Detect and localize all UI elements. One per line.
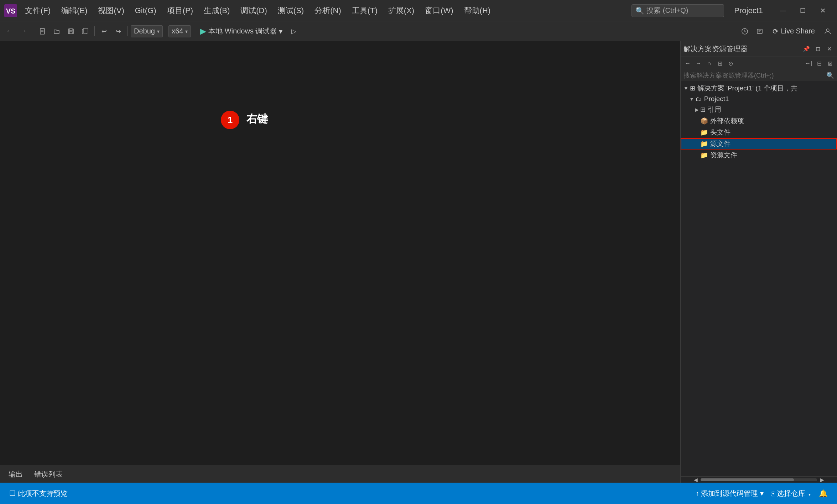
se-forward-btn[interactable]: →: [693, 58, 703, 68]
close-button[interactable]: ✕: [813, 4, 833, 18]
svg-rect-11: [757, 29, 762, 33]
error-list-tab[interactable]: 错误列表: [28, 467, 68, 483]
search-placeholder: 搜索 (Ctrl+Q): [646, 6, 688, 15]
se-title: 解决方案资源管理器: [683, 44, 748, 54]
solution-icon: ⊞: [690, 84, 695, 92]
play-icon: ▶: [200, 27, 206, 36]
collapse-icon-2: ▼: [689, 96, 694, 102]
status-repo[interactable]: ⎘ 选择仓库 ▾: [767, 489, 815, 498]
menu-tools[interactable]: 工具(T): [347, 3, 383, 18]
menu-window[interactable]: 窗口(W): [420, 3, 458, 18]
tree-item-header-files[interactable]: ▶ 📁 头文件: [681, 127, 837, 138]
platform-dropdown[interactable]: x64 ▾: [168, 25, 191, 37]
collapse-icon: ▼: [683, 85, 688, 91]
maximize-button[interactable]: ☐: [793, 4, 813, 18]
se-split-btn[interactable]: ⊟: [814, 58, 824, 68]
live-share-button[interactable]: ⟳ Live Share: [768, 24, 819, 38]
output-tab[interactable]: 输出: [3, 467, 28, 483]
run-button[interactable]: ▶ 本地 Windows 调试器 ▾: [197, 25, 286, 38]
project-icon: 🗂: [696, 95, 702, 103]
preview-icon: ☐: [9, 489, 16, 498]
annotation-label: 右键: [246, 112, 268, 126]
window-title: Project1: [727, 6, 770, 15]
se-search-input[interactable]: [683, 72, 824, 79]
save-all-button[interactable]: [79, 25, 92, 38]
se-close-button[interactable]: ✕: [824, 44, 834, 54]
menu-extensions[interactable]: 扩展(X): [383, 3, 419, 18]
se-scrollbar[interactable]: ◀ ▶: [681, 476, 837, 483]
menu-git[interactable]: Git(G): [130, 4, 161, 17]
resource-folder-icon: 📁: [700, 151, 708, 159]
minimize-button[interactable]: —: [773, 4, 793, 18]
status-notification[interactable]: 🔔: [815, 489, 831, 498]
annotation-badge: 1: [221, 111, 239, 129]
search-box[interactable]: 🔍 搜索 (Ctrl+Q): [631, 4, 724, 17]
status-preview[interactable]: ☐ 此项不支持预览: [6, 483, 71, 504]
undo-button[interactable]: ↩: [98, 25, 110, 38]
toolbar: ← → ↩ ↪ Debug ▾ x64 ▾: [0, 21, 837, 41]
menu-build[interactable]: 生成(B): [199, 3, 235, 18]
open-file-button[interactable]: [50, 25, 63, 38]
menu-bar: 文件(F) 编辑(E) 视图(V) Git(G) 项目(P) 生成(B) 调试(…: [20, 3, 631, 18]
account-button[interactable]: [821, 25, 834, 38]
se-sync-btn[interactable]: ⊞: [715, 58, 725, 68]
tree-item-resource-files[interactable]: ▶ 📁 资源文件: [681, 149, 837, 161]
se-dock-button[interactable]: ⊡: [813, 44, 823, 54]
toolbar-extra-btn2[interactable]: [753, 25, 766, 38]
se-filter-btn[interactable]: ⊙: [726, 58, 735, 68]
svg-rect-9: [83, 28, 88, 33]
tree-item-source-files[interactable]: ▶ 📁 源文件: [681, 138, 837, 149]
scrollbar-track[interactable]: [701, 478, 817, 481]
se-collapse-btn[interactable]: ←|: [804, 58, 813, 68]
run-chevron-icon: ▾: [279, 27, 282, 36]
chevron-down-icon-2: ▾: [185, 28, 188, 34]
menu-view[interactable]: 视图(V): [93, 3, 129, 18]
menu-debug[interactable]: 调试(D): [235, 3, 272, 18]
chevron-down-icon: ▾: [157, 28, 160, 34]
tree-item-solution[interactable]: ▼ ⊞ 解决方案 'Project1' (1 个项目，共: [681, 83, 837, 94]
back-button[interactable]: ←: [3, 25, 16, 38]
scroll-left-arrow[interactable]: ◀: [691, 477, 701, 483]
window-controls: — ☐ ✕: [773, 4, 833, 18]
editor-area[interactable]: 1 右键: [0, 41, 680, 483]
new-file-button[interactable]: [36, 25, 49, 38]
scrollbar-thumb[interactable]: [701, 478, 794, 481]
tree-item-external-deps[interactable]: ▶ 📦 外部依赖项: [681, 115, 837, 127]
se-title-controls: 📌 ⊡ ✕: [801, 44, 834, 54]
se-new-view-btn[interactable]: ⊠: [825, 58, 835, 68]
tree-item-project[interactable]: ▼ 🗂 Project1: [681, 94, 837, 104]
main-area: 1 右键 解决方案资源管理器 📌 ⊡ ✕ ← → ⌂ ⊞ ⊙ ←| ⊟ ⊠: [0, 41, 837, 483]
menu-analyze[interactable]: 分析(N): [310, 3, 346, 18]
status-bar: ☐ 此项不支持预览 ↑ 添加到源代码管理 ▾ ⎘ 选择仓库 ▾ 🔔: [0, 483, 837, 504]
se-title-bar: 解决方案资源管理器 📌 ⊡ ✕: [681, 41, 837, 57]
save-button[interactable]: [64, 25, 77, 38]
svg-rect-7: [69, 31, 72, 34]
expand-icon: ▶: [695, 107, 699, 112]
app-logo: VS: [4, 4, 17, 17]
title-bar: VS 文件(F) 编辑(E) 视图(V) Git(G) 项目(P) 生成(B) …: [0, 0, 837, 21]
run-without-debug-button[interactable]: ▷: [287, 25, 300, 38]
tree-item-references[interactable]: ▶ ⊞ 引用: [681, 104, 837, 115]
toolbar-extra-btn1[interactable]: [738, 25, 751, 38]
se-back-btn[interactable]: ←: [683, 58, 693, 68]
header-folder-icon: 📁: [700, 128, 708, 136]
se-toolbar: ← → ⌂ ⊞ ⊙ ←| ⊟ ⊠: [681, 57, 837, 70]
se-search[interactable]: 🔍: [681, 70, 837, 81]
references-icon: ⊞: [700, 106, 706, 114]
menu-project[interactable]: 项目(P): [162, 3, 198, 18]
status-source-control[interactable]: ↑ 添加到源代码管理 ▾: [692, 489, 767, 498]
forward-button[interactable]: →: [17, 25, 30, 38]
se-pin-button[interactable]: 📌: [801, 44, 811, 54]
output-tabs-bar: 输出 错误列表: [0, 465, 680, 483]
se-home-btn[interactable]: ⌂: [704, 58, 714, 68]
menu-help[interactable]: 帮助(H): [459, 3, 496, 18]
toolbar-right: ⟳ Live Share: [738, 24, 834, 38]
source-folder-icon: 📁: [700, 140, 708, 148]
svg-text:VS: VS: [6, 7, 16, 15]
menu-file[interactable]: 文件(F): [20, 3, 56, 18]
menu-edit[interactable]: 编辑(E): [56, 3, 92, 18]
debug-config-dropdown[interactable]: Debug ▾: [131, 25, 163, 37]
scroll-right-arrow[interactable]: ▶: [817, 477, 827, 483]
menu-test[interactable]: 测试(S): [273, 3, 309, 18]
redo-button[interactable]: ↪: [112, 25, 125, 38]
